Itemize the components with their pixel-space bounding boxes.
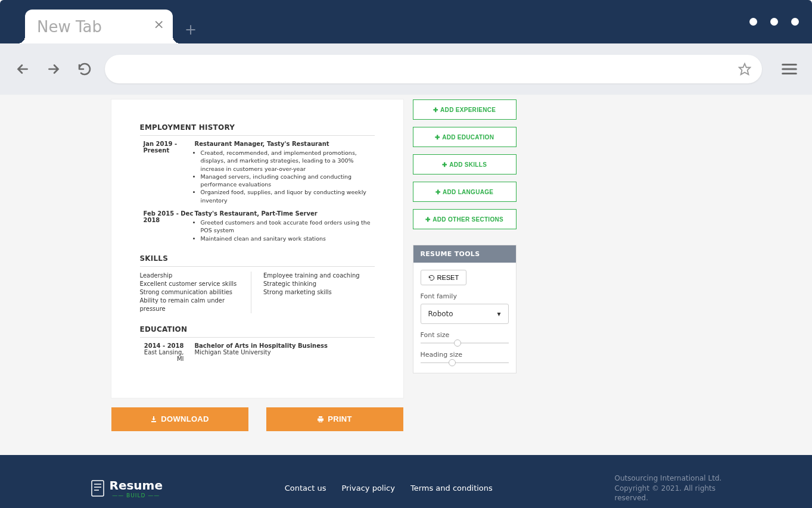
employment-item: Jan 2019 - Present Restaurant Manager, T… <box>140 141 375 204</box>
tools-header: RESUME TOOLS <box>413 245 516 263</box>
font-size-label: Font size <box>421 331 509 339</box>
plus-icon: ✚ <box>435 134 440 141</box>
add-education-button[interactable]: ✚ADD EDUCATION <box>413 127 517 147</box>
svg-marker-0 <box>739 64 750 74</box>
sidebar: ✚ADD EXPERIENCE ✚ADD EDUCATION ✚ADD SKIL… <box>413 99 517 373</box>
download-icon <box>150 416 157 423</box>
employment-dates: Feb 2015 - Dec 2018 <box>140 210 195 242</box>
print-button[interactable]: PRINT <box>266 407 403 431</box>
browser-chrome-top: New Tab × + <box>0 0 812 43</box>
section-title-skills: SKILLS <box>140 254 375 263</box>
education-degree: Bachelor of Arts in Hospitality Business <box>195 342 328 349</box>
section-title-employment: EMPLOYMENT HISTORY <box>140 123 375 132</box>
footer-logo[interactable]: Resume —— BUILD —— <box>91 478 163 498</box>
footer-link-contact[interactable]: Contact us <box>285 484 326 493</box>
download-button[interactable]: DOWNLOAD <box>111 407 248 431</box>
resume-tools-panel: RESUME TOOLS RESET Font family Roboto ▾ … <box>413 245 517 373</box>
footer-links: Contact us Privacy policy Terms and cond… <box>198 484 578 493</box>
section-title-education: EDUCATION <box>140 325 375 334</box>
hamburger-menu-icon[interactable] <box>779 58 800 80</box>
skill-item: Employee training and coaching <box>263 272 369 280</box>
skill-item: Strong communication abilities <box>140 288 245 297</box>
education-location: East Lansing, MI <box>140 349 184 362</box>
slider-thumb[interactable] <box>449 359 456 366</box>
reset-icon <box>428 275 435 281</box>
back-button[interactable] <box>12 58 33 80</box>
forward-button[interactable] <box>43 58 64 80</box>
plus-icon: ✚ <box>435 189 440 195</box>
employment-dates: Jan 2019 - Present <box>140 141 195 204</box>
document-icon <box>91 479 105 497</box>
education-school: Michigan State University <box>195 349 328 356</box>
window-controls <box>749 18 799 26</box>
employment-title: Restaurant Manager, Tasty's Restaurant <box>195 141 375 147</box>
employment-bullet: Managed servers, including coaching and … <box>201 173 375 189</box>
print-icon <box>317 416 324 423</box>
close-tab-icon[interactable]: × <box>154 17 164 32</box>
divider <box>140 337 375 338</box>
font-size-slider[interactable] <box>421 342 509 344</box>
resume-preview: EMPLOYMENT HISTORY Jan 2019 - Present Re… <box>111 99 403 398</box>
plus-icon: ✚ <box>425 216 430 223</box>
skill-item: Strategic thinking <box>263 280 369 288</box>
page-content: EMPLOYMENT HISTORY Jan 2019 - Present Re… <box>0 95 812 455</box>
plus-icon: ✚ <box>442 161 447 168</box>
skill-item: Ability to remain calm under pressure <box>140 297 245 313</box>
bookmark-star-icon[interactable] <box>738 63 751 76</box>
employment-bullet: Maintained clean and sanitary work stati… <box>201 235 375 242</box>
add-experience-button[interactable]: ✚ADD EXPERIENCE <box>413 99 517 120</box>
svg-rect-4 <box>92 481 104 496</box>
skills-grid: Leadership Excellent customer service sk… <box>140 272 375 313</box>
reset-button[interactable]: RESET <box>421 270 467 285</box>
employment-bullet: Greeted customers and took accurate food… <box>201 219 375 235</box>
browser-toolbar <box>0 43 812 95</box>
new-tab-button[interactable]: + <box>185 21 197 38</box>
heading-size-label: Heading size <box>421 351 509 359</box>
education-item: 2014 - 2018 East Lansing, MI Bachelor of… <box>140 342 375 362</box>
employment-title: Tasty's Restaurant, Part-Time Server <box>195 210 375 217</box>
window-dot[interactable] <box>791 18 799 26</box>
employment-item: Feb 2015 - Dec 2018 Tasty's Restaurant, … <box>140 210 375 242</box>
window-dot[interactable] <box>770 18 778 26</box>
employment-bullet: Created, recommended, and implemented pr… <box>201 149 375 173</box>
url-input[interactable] <box>116 64 738 74</box>
heading-size-slider[interactable] <box>421 362 509 363</box>
skill-item: Leadership <box>140 272 245 280</box>
footer-link-terms[interactable]: Terms and conditions <box>410 484 493 493</box>
address-bar[interactable] <box>105 55 762 83</box>
plus-icon: ✚ <box>433 107 438 113</box>
font-family-label: Font family <box>421 292 509 300</box>
education-years: 2014 - 2018 <box>140 342 184 349</box>
tab-title: New Tab <box>37 18 102 36</box>
skill-item: Excellent customer service skills <box>140 280 245 288</box>
copyright-text: Outsourcing International Ltd. Copyright… <box>615 473 722 503</box>
reload-button[interactable] <box>74 58 95 80</box>
font-family-select[interactable]: Roboto ▾ <box>421 304 509 324</box>
divider <box>140 266 375 267</box>
footer-link-privacy[interactable]: Privacy policy <box>341 484 394 493</box>
add-language-button[interactable]: ✚ADD LANGUAGE <box>413 182 517 202</box>
window-dot[interactable] <box>749 18 757 26</box>
divider <box>140 135 375 136</box>
browser-tab[interactable]: New Tab × <box>25 10 173 43</box>
page-footer: Resume —— BUILD —— Contact us Privacy po… <box>0 455 812 508</box>
caret-down-icon: ▾ <box>497 310 500 318</box>
slider-thumb[interactable] <box>454 339 461 347</box>
employment-bullet: Organized food, supplies, and liquor by … <box>201 188 375 204</box>
add-other-sections-button[interactable]: ✚ADD OTHER SECTIONS <box>413 209 517 229</box>
skill-item: Strong marketing skills <box>263 288 369 297</box>
add-skills-button[interactable]: ✚ADD SKILLS <box>413 154 517 174</box>
